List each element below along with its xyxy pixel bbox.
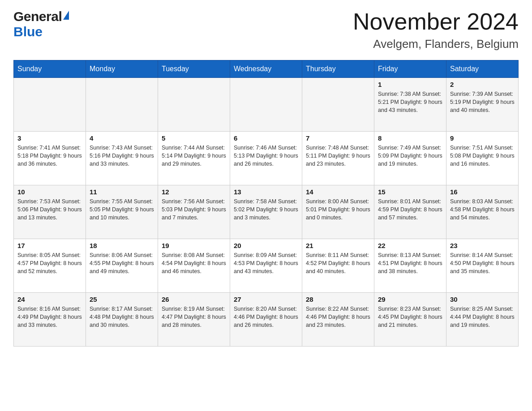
calendar-day-header: Monday <box>86 60 158 78</box>
calendar-cell: 21Sunrise: 8:11 AM Sunset: 4:52 PM Dayli… <box>302 239 374 293</box>
calendar-cell <box>230 78 302 132</box>
day-info: Sunrise: 7:48 AM Sunset: 5:11 PM Dayligh… <box>306 144 370 168</box>
day-number: 8 <box>378 134 442 142</box>
calendar-cell: 16Sunrise: 8:03 AM Sunset: 4:58 PM Dayli… <box>446 185 519 239</box>
day-number: 3 <box>17 134 82 142</box>
calendar-week-row: 1Sunrise: 7:38 AM Sunset: 5:21 PM Daylig… <box>14 78 519 132</box>
day-number: 26 <box>162 295 226 303</box>
day-info: Sunrise: 8:00 AM Sunset: 5:01 PM Dayligh… <box>306 197 370 222</box>
day-info: Sunrise: 8:17 AM Sunset: 4:48 PM Dayligh… <box>90 305 154 329</box>
day-number: 1 <box>378 81 442 88</box>
title-area: November 2024 Avelgem, Flanders, Belgium <box>353 9 519 51</box>
calendar-cell: 28Sunrise: 8:22 AM Sunset: 4:46 PM Dayli… <box>302 293 374 347</box>
day-info: Sunrise: 7:39 AM Sunset: 5:19 PM Dayligh… <box>450 90 515 114</box>
day-number: 14 <box>306 188 370 196</box>
calendar-day-header: Wednesday <box>230 60 302 78</box>
day-number: 30 <box>450 295 515 303</box>
calendar-cell: 1Sunrise: 7:38 AM Sunset: 5:21 PM Daylig… <box>374 78 446 132</box>
day-info: Sunrise: 7:46 AM Sunset: 5:13 PM Dayligh… <box>234 144 298 168</box>
calendar-cell: 23Sunrise: 8:14 AM Sunset: 4:50 PM Dayli… <box>446 239 519 293</box>
day-info: Sunrise: 8:23 AM Sunset: 4:45 PM Dayligh… <box>378 305 442 329</box>
day-info: Sunrise: 8:01 AM Sunset: 4:59 PM Dayligh… <box>378 197 442 222</box>
page-title: November 2024 <box>353 9 519 34</box>
day-info: Sunrise: 7:44 AM Sunset: 5:14 PM Dayligh… <box>162 144 226 168</box>
day-number: 15 <box>378 188 442 196</box>
calendar-cell <box>86 78 158 132</box>
day-number: 21 <box>306 242 370 249</box>
calendar-cell: 4Sunrise: 7:43 AM Sunset: 5:16 PM Daylig… <box>86 132 158 185</box>
calendar-day-header: Tuesday <box>158 60 230 78</box>
logo-blue-text: Blue <box>13 24 43 39</box>
day-number: 22 <box>378 242 442 249</box>
calendar-cell: 12Sunrise: 7:56 AM Sunset: 5:03 PM Dayli… <box>158 185 230 239</box>
logo-general-text: General <box>13 9 62 24</box>
calendar-cell: 20Sunrise: 8:09 AM Sunset: 4:53 PM Dayli… <box>230 239 302 293</box>
calendar-cell: 14Sunrise: 8:00 AM Sunset: 5:01 PM Dayli… <box>302 185 374 239</box>
calendar-cell <box>158 78 230 132</box>
calendar-day-header: Friday <box>374 60 446 78</box>
day-info: Sunrise: 8:08 AM Sunset: 4:54 PM Dayligh… <box>162 251 226 275</box>
calendar-cell: 7Sunrise: 7:48 AM Sunset: 5:11 PM Daylig… <box>302 132 374 185</box>
day-number: 11 <box>90 188 154 196</box>
day-info: Sunrise: 7:51 AM Sunset: 5:08 PM Dayligh… <box>450 144 515 168</box>
day-info: Sunrise: 8:16 AM Sunset: 4:49 PM Dayligh… <box>17 305 82 329</box>
day-number: 27 <box>234 295 298 303</box>
day-number: 13 <box>234 188 298 196</box>
calendar-cell: 10Sunrise: 7:53 AM Sunset: 5:06 PM Dayli… <box>14 185 86 239</box>
day-info: Sunrise: 8:03 AM Sunset: 4:58 PM Dayligh… <box>450 197 515 222</box>
calendar-cell: 13Sunrise: 7:58 AM Sunset: 5:02 PM Dayli… <box>230 185 302 239</box>
day-info: Sunrise: 7:55 AM Sunset: 5:05 PM Dayligh… <box>90 197 154 222</box>
calendar-cell: 29Sunrise: 8:23 AM Sunset: 4:45 PM Dayli… <box>374 293 446 347</box>
day-info: Sunrise: 7:43 AM Sunset: 5:16 PM Dayligh… <box>90 144 154 168</box>
header: General Blue November 2024 Avelgem, Flan… <box>13 9 519 51</box>
day-info: Sunrise: 7:49 AM Sunset: 5:09 PM Dayligh… <box>378 144 442 168</box>
calendar-cell: 2Sunrise: 7:39 AM Sunset: 5:19 PM Daylig… <box>446 78 519 132</box>
day-info: Sunrise: 8:11 AM Sunset: 4:52 PM Dayligh… <box>306 251 370 275</box>
logo: General Blue <box>13 9 69 39</box>
day-number: 16 <box>450 188 515 196</box>
day-info: Sunrise: 8:13 AM Sunset: 4:51 PM Dayligh… <box>378 251 442 275</box>
subtitle: Avelgem, Flanders, Belgium <box>353 37 519 51</box>
calendar-day-header: Sunday <box>14 60 86 78</box>
day-number: 6 <box>234 134 298 142</box>
calendar-cell: 17Sunrise: 8:05 AM Sunset: 4:57 PM Dayli… <box>14 239 86 293</box>
day-number: 18 <box>90 242 154 249</box>
day-info: Sunrise: 8:25 AM Sunset: 4:44 PM Dayligh… <box>450 305 515 329</box>
calendar-cell: 22Sunrise: 8:13 AM Sunset: 4:51 PM Dayli… <box>374 239 446 293</box>
day-number: 20 <box>234 242 298 249</box>
day-number: 2 <box>450 81 515 88</box>
calendar-cell: 5Sunrise: 7:44 AM Sunset: 5:14 PM Daylig… <box>158 132 230 185</box>
calendar-week-row: 10Sunrise: 7:53 AM Sunset: 5:06 PM Dayli… <box>14 185 519 239</box>
day-number: 7 <box>306 134 370 142</box>
calendar-cell: 26Sunrise: 8:19 AM Sunset: 4:47 PM Dayli… <box>158 293 230 347</box>
day-number: 29 <box>378 295 442 303</box>
calendar-cell: 25Sunrise: 8:17 AM Sunset: 4:48 PM Dayli… <box>86 293 158 347</box>
calendar-header-row: SundayMondayTuesdayWednesdayThursdayFrid… <box>14 60 519 78</box>
calendar-table: SundayMondayTuesdayWednesdayThursdayFrid… <box>13 60 519 347</box>
day-number: 10 <box>17 188 82 196</box>
calendar-cell: 15Sunrise: 8:01 AM Sunset: 4:59 PM Dayli… <box>374 185 446 239</box>
day-info: Sunrise: 7:56 AM Sunset: 5:03 PM Dayligh… <box>162 197 226 222</box>
calendar-cell: 18Sunrise: 8:06 AM Sunset: 4:55 PM Dayli… <box>86 239 158 293</box>
day-info: Sunrise: 8:09 AM Sunset: 4:53 PM Dayligh… <box>234 251 298 275</box>
day-info: Sunrise: 8:14 AM Sunset: 4:50 PM Dayligh… <box>450 251 515 275</box>
day-number: 4 <box>90 134 154 142</box>
day-number: 19 <box>162 242 226 249</box>
day-info: Sunrise: 8:06 AM Sunset: 4:55 PM Dayligh… <box>90 251 154 275</box>
day-number: 25 <box>90 295 154 303</box>
calendar-cell: 3Sunrise: 7:41 AM Sunset: 5:18 PM Daylig… <box>14 132 86 185</box>
calendar-cell <box>302 78 374 132</box>
day-info: Sunrise: 7:38 AM Sunset: 5:21 PM Dayligh… <box>378 90 442 114</box>
day-info: Sunrise: 8:19 AM Sunset: 4:47 PM Dayligh… <box>162 305 226 329</box>
day-number: 5 <box>162 134 226 142</box>
logo-triangle-icon <box>63 11 69 20</box>
day-number: 9 <box>450 134 515 142</box>
calendar-cell <box>14 78 86 132</box>
day-info: Sunrise: 7:41 AM Sunset: 5:18 PM Dayligh… <box>17 144 82 168</box>
calendar-cell: 8Sunrise: 7:49 AM Sunset: 5:09 PM Daylig… <box>374 132 446 185</box>
day-info: Sunrise: 8:22 AM Sunset: 4:46 PM Dayligh… <box>306 305 370 329</box>
calendar-day-header: Saturday <box>446 60 519 78</box>
calendar-week-row: 3Sunrise: 7:41 AM Sunset: 5:18 PM Daylig… <box>14 132 519 185</box>
calendar-week-row: 24Sunrise: 8:16 AM Sunset: 4:49 PM Dayli… <box>14 293 519 347</box>
day-info: Sunrise: 7:58 AM Sunset: 5:02 PM Dayligh… <box>234 197 298 222</box>
